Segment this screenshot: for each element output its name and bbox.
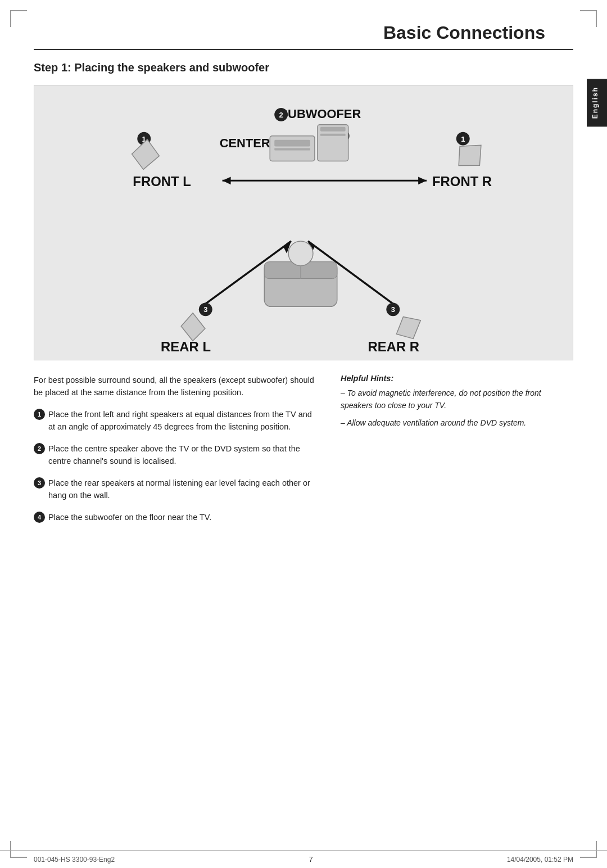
footer-doc-code: 001-045-HS 3300-93-Eng2: [34, 856, 115, 864]
intro-text: For best possible surround sound, all th…: [34, 374, 318, 399]
svg-text:CENTER: CENTER: [220, 136, 270, 150]
item-2-text: Place the centre speaker above the TV or…: [48, 442, 318, 468]
svg-text:FRONT R: FRONT R: [432, 174, 492, 189]
item-4: 4 Place the subwoofer on the floor near …: [34, 511, 318, 523]
item-3-text: Place the rear speakers at normal listen…: [48, 477, 318, 502]
left-column: For best possible surround sound, all th…: [34, 374, 318, 532]
svg-marker-22: [418, 177, 427, 184]
item-2: 2 Place the centre speaker above the TV …: [34, 442, 318, 468]
item-4-text: Place the subwoofer on the floor near th…: [48, 511, 211, 523]
num-circle-1: 1: [34, 409, 45, 420]
helpful-hints-title: Helpful Hints:: [341, 374, 573, 383]
svg-text:1: 1: [461, 135, 465, 143]
svg-text:3: 3: [391, 305, 395, 314]
svg-text:2: 2: [279, 111, 283, 119]
content-columns: For best possible surround sound, all th…: [34, 374, 573, 532]
main-content: Basic Connections Step 1: Placing the sp…: [0, 0, 607, 851]
svg-rect-6: [320, 127, 346, 132]
hint-2-text: – Allow adequate ventilation around the …: [341, 417, 573, 430]
num-circle-4: 4: [34, 512, 45, 523]
hint-1-text: – To avoid magnetic interference, do not…: [341, 387, 573, 412]
svg-marker-35: [178, 311, 207, 342]
svg-rect-15: [274, 148, 310, 151]
footer-page-number: 7: [309, 855, 312, 864]
page-title: Basic Connections: [34, 22, 573, 50]
svg-text:FRONT L: FRONT L: [133, 174, 191, 189]
svg-marker-16: [129, 138, 161, 171]
svg-rect-14: [274, 140, 310, 147]
step-heading: Step 1: Placing the speakers and subwoof…: [34, 60, 573, 75]
footer: 001-045-HS 3300-93-Eng2 7 14/04/2005, 01…: [0, 850, 607, 868]
svg-text:SUBWOOFER: SUBWOOFER: [280, 107, 361, 121]
item-3: 3 Place the rear speakers at normal list…: [34, 477, 318, 502]
num-circle-2: 2: [34, 443, 45, 454]
speaker-diagram: SUBWOOFER 2 4 CENTER 1 1: [34, 85, 573, 360]
num-circle-3: 3: [34, 477, 45, 489]
svg-marker-21: [223, 177, 231, 184]
svg-text:REAR R: REAR R: [368, 339, 419, 354]
svg-text:REAR L: REAR L: [161, 339, 211, 354]
svg-point-29: [288, 241, 313, 266]
svg-marker-36: [394, 312, 423, 343]
item-1: 1 Place the front left and right speaker…: [34, 408, 318, 433]
right-column: Helpful Hints: – To avoid magnetic inter…: [341, 374, 573, 532]
item-1-text: Place the front left and right speakers …: [48, 408, 318, 433]
svg-text:3: 3: [203, 305, 207, 314]
footer-date: 14/04/2005, 01:52 PM: [507, 856, 573, 864]
svg-rect-7: [320, 134, 346, 136]
